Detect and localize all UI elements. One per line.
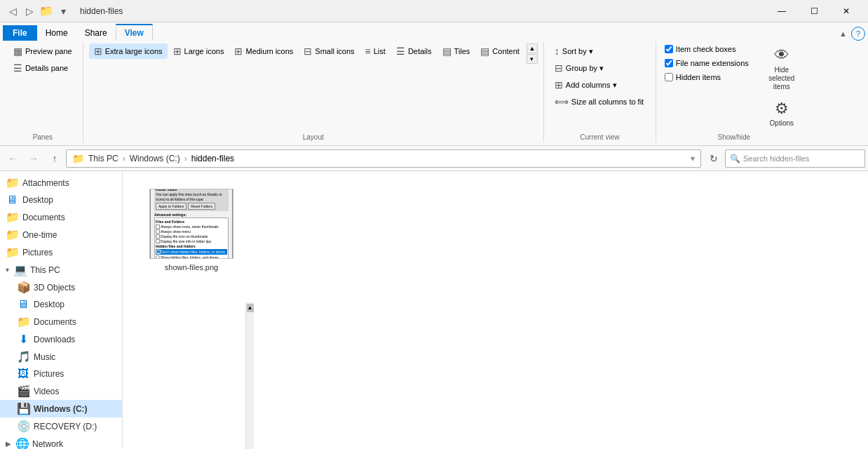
file-item-shown-files[interactable]: File Explorer Options ✕ General View Sea…	[142, 182, 240, 278]
sidebar-windows-c[interactable]: 💾 Windows (C:)	[0, 400, 122, 417]
videos-icon: 🎬	[17, 384, 29, 398]
sidebar-label-3d-objects: 3D Objects	[34, 283, 75, 293]
size-columns-icon: ⟺	[555, 96, 569, 107]
dialog-body: Folder views You can apply this view (su…	[153, 189, 230, 259]
recovery-d-icon: 💿	[17, 420, 29, 433]
layout-scroll-down[interactable]: ▾	[527, 54, 538, 64]
sidebar-documents[interactable]: 📁 Documents	[0, 313, 122, 330]
add-columns-button[interactable]: ⊞ Add columns ▾	[550, 77, 622, 93]
address-bar[interactable]: 📁 This PC › Windows (C:) › hidden-files …	[66, 149, 701, 168]
downloads-icon: ⬇	[17, 333, 29, 346]
sort-by-button[interactable]: ↕ Sort by ▾	[550, 43, 598, 59]
dialog-settings-list: Files and Folders Always show icons, nev…	[154, 217, 229, 259]
tab-view[interactable]: View	[116, 24, 153, 41]
help-icon[interactable]: ?	[851, 27, 865, 41]
sidebar-network[interactable]: ▶ 🌐 Network	[0, 435, 122, 449]
preview-pane-button[interactable]: ▦ Preview pane	[8, 43, 77, 59]
folder-icon: 📁	[39, 4, 53, 18]
tab-home[interactable]: Home	[37, 24, 76, 41]
ribbon-group-current-view: ↕ Sort by ▾ ⊟ Group by ▾ ⊞ Add columns ▾…	[544, 42, 656, 142]
show-hide-group-label: Show/hide	[662, 132, 806, 141]
minimize-button[interactable]: —	[766, 0, 798, 22]
ribbon-group-layout: ⊞ Extra large icons ⊞ Large icons ⊞ Medi…	[83, 42, 544, 142]
tab-file[interactable]: File	[3, 25, 37, 41]
sidebar-label-one-time: One-time	[22, 230, 57, 240]
sidebar-music[interactable]: 🎵 Music	[0, 348, 122, 366]
cb2	[156, 229, 160, 234]
sidebar-videos[interactable]: 🎬 Videos	[0, 382, 122, 400]
content-button[interactable]: ▤ Content	[475, 43, 524, 59]
large-icons-button[interactable]: ⊞ Large icons	[168, 43, 229, 59]
hide-selected-button[interactable]: 👁 Hide selected items	[757, 43, 806, 94]
details-pane-icon: ☰	[13, 62, 22, 74]
hidden-items-checkbox[interactable]: Hidden items	[662, 72, 752, 83]
close-button[interactable]: ✕	[830, 0, 862, 22]
large-icon: ⊞	[173, 46, 182, 57]
details-pane-button[interactable]: ☰ Details pane	[8, 60, 77, 76]
tab-share[interactable]: Share	[76, 24, 116, 41]
layout-arrows: ▲ ▾	[527, 43, 538, 64]
options-button[interactable]: ⚙ Options	[761, 97, 803, 130]
hidden-items-input[interactable]	[665, 73, 673, 81]
sidebar-recovery-d[interactable]: 💿 RECOVERY (D:)	[0, 417, 122, 435]
sidebar-item-attachments[interactable]: 📁 Attachments	[0, 174, 122, 192]
details-button[interactable]: ☰ Details	[391, 43, 437, 59]
sidebar-label-music: Music	[34, 352, 55, 362]
size-columns-label: Size all columns to fit	[571, 98, 644, 106]
tiles-button[interactable]: ▤ Tiles	[438, 43, 475, 59]
address-dropdown-icon[interactable]: ▾	[691, 154, 695, 163]
hidden-items-label: Hidden items	[676, 73, 721, 81]
group-by-button[interactable]: ⊟ Group by ▾	[550, 60, 609, 76]
details-pane-label: Details pane	[25, 64, 68, 72]
sidebar-3d-objects[interactable]: 📦 3D Objects	[0, 279, 122, 296]
sidebar-item-one-time[interactable]: 📁 One-time	[0, 226, 122, 243]
item-check-boxes-checkbox[interactable]: Item check boxes	[662, 43, 752, 55]
search-bar[interactable]: 🔍 Search hidden-files	[725, 149, 865, 168]
maximize-button[interactable]: ☐	[798, 0, 830, 22]
scroll-up-arrow[interactable]: ▲	[247, 304, 254, 312]
show-hide-checkboxes: Item check boxes File name extensions Hi…	[662, 43, 752, 130]
dropdown-icon: ▾	[56, 4, 70, 18]
add-columns-icon: ⊞	[555, 79, 563, 91]
sidebar-desktop[interactable]: 🖥 Desktop	[0, 296, 122, 313]
panes-btn-list: ▦ Preview pane ☰ Details pane	[8, 43, 77, 76]
forward-button[interactable]: →	[24, 149, 43, 168]
list-button[interactable]: ≡ List	[360, 43, 391, 59]
sidebar-pictures[interactable]: 🖼 Pictures	[0, 366, 122, 382]
refresh-button[interactable]: ↻	[704, 149, 724, 168]
sidebar-downloads[interactable]: ⬇ Downloads	[0, 330, 122, 348]
file-name-extensions-checkbox[interactable]: File name extensions	[662, 58, 752, 69]
medium-icons-button[interactable]: ⊞ Medium icons	[229, 43, 298, 59]
sidebar-item-documents-qa[interactable]: 📁 Documents	[0, 208, 122, 226]
radio2	[156, 255, 160, 259]
file-scrollbar[interactable]: ▲ ▼	[245, 302, 254, 449]
address-windows-c[interactable]: Windows (C:)	[130, 154, 180, 163]
layout-scroll-up[interactable]: ▲	[527, 43, 538, 53]
network-icon: 🌐	[15, 437, 28, 449]
panes-group-label: Panes	[8, 132, 77, 141]
address-actions: ▾	[691, 154, 695, 163]
file-name-extensions-input[interactable]	[665, 59, 673, 67]
address-this-pc[interactable]: This PC	[88, 154, 118, 163]
sidebar-this-pc[interactable]: ▾ 💻 This PC	[0, 261, 122, 279]
sidebar-label-windows-c: Windows (C:)	[34, 404, 88, 414]
small-icons-button[interactable]: ⊟ Small icons	[299, 43, 359, 59]
group-icon: ⊟	[555, 62, 563, 74]
sidebar-item-pictures-qa[interactable]: 📁 Pictures	[0, 243, 122, 261]
hide-selected-label: Hide selected items	[762, 66, 801, 91]
extra-large-label: Extra large icons	[105, 47, 163, 55]
extra-large-icons-button[interactable]: ⊞ Extra large icons	[89, 43, 168, 59]
content-icon: ▤	[480, 46, 489, 57]
size-columns-button[interactable]: ⟺ Size all columns to fit	[550, 94, 649, 109]
pictures-qa-icon: 📁	[6, 246, 18, 259]
back-button[interactable]: ←	[3, 149, 22, 168]
address-folder-icon: 📁	[72, 153, 84, 164]
pictures-icon: 🖼	[17, 368, 29, 380]
dialog-reset-btn: Reset Folders	[188, 203, 215, 210]
up-button[interactable]: ↑	[45, 149, 65, 168]
item-check-boxes-input[interactable]	[665, 45, 673, 53]
sidebar-item-desktop-qa[interactable]: 🖥 Desktop	[0, 192, 122, 208]
collapse-ribbon-icon[interactable]: ▲	[839, 29, 847, 38]
ribbon-group-show-hide: Item check boxes File name extensions Hi…	[656, 42, 812, 142]
current-view-label: Current view	[550, 132, 650, 141]
